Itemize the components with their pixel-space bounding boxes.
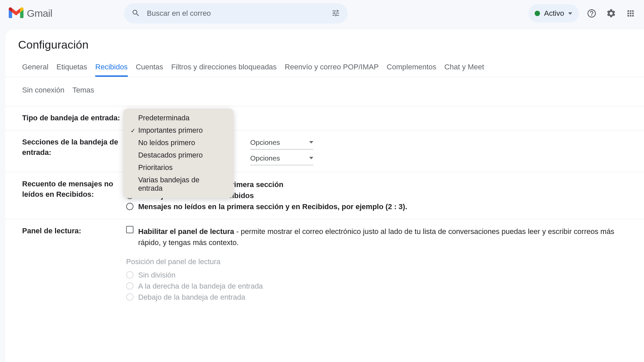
reading-pane-enable-row[interactable]: Habilitar el panel de lectura - permite … <box>126 226 631 248</box>
inbox-type-label: Tipo de bandeja de entrada: <box>22 113 126 123</box>
reading-pane-checkbox[interactable] <box>126 226 133 233</box>
page-title: Configuración <box>18 38 644 51</box>
inbox-type-option-label: No leídos primero <box>138 139 195 147</box>
check-icon: ✓ <box>129 127 136 134</box>
radio-icon[interactable] <box>126 203 133 210</box>
options-label: Opciones <box>250 154 280 162</box>
tune-icon[interactable] <box>331 9 340 18</box>
tab-filtros-y-direcciones-bloqueadas[interactable]: Filtros y direcciones bloqueadas <box>171 59 277 77</box>
tab-reenv-o-y-correo-pop-imap[interactable]: Reenvío y correo POP/IMAP <box>285 59 379 77</box>
section-options-1[interactable]: Opciones <box>250 137 313 149</box>
reading-pane-checkbox-bold: Habilitar el panel de lectura <box>138 227 234 236</box>
search-bar[interactable] <box>124 3 347 23</box>
inbox-type-option-label: Prioritarios <box>138 164 173 172</box>
status-dot-icon <box>535 11 540 16</box>
setting-reading-pane: Panel de lectura: Habilitar el panel de … <box>5 219 644 309</box>
tab-recibidos[interactable]: Recibidos <box>95 59 128 77</box>
unread-count-option-label: Mensajes no leídos en la primera sección… <box>138 201 407 212</box>
inbox-type-option-label: Importantes primero <box>138 126 203 135</box>
reading-pane-checkbox-text: Habilitar el panel de lectura - permite … <box>138 226 631 248</box>
chevron-down-icon <box>309 157 313 159</box>
inbox-type-dropdown: Predeterminada✓Importantes primeroNo leí… <box>123 109 233 198</box>
tabs-row-1: GeneralEtiquetasRecibidosCuentasFiltros … <box>5 59 644 77</box>
inbox-type-option[interactable]: Predeterminada <box>123 112 233 124</box>
unread-count-option[interactable]: Mensajes no leídos en la primera sección… <box>126 201 631 212</box>
reading-pane-position-option: A la derecha de la bandeja de entrada <box>126 281 631 292</box>
inbox-type-option[interactable]: ✓Importantes primero <box>123 124 233 137</box>
search-input[interactable] <box>146 9 325 18</box>
tab-general[interactable]: General <box>22 59 48 77</box>
search-icon <box>131 9 140 18</box>
inbox-type-option-label: Predeterminada <box>138 114 190 122</box>
reading-pane-label: Panel de lectura: <box>22 226 126 236</box>
tab-temas[interactable]: Temas <box>72 82 94 100</box>
radio-icon <box>126 271 133 279</box>
setting-unread-count: Recuento de mensajes no leídos en Recibi… <box>5 172 644 219</box>
header-actions: Activo <box>529 4 637 22</box>
gmail-logo-icon <box>9 7 23 20</box>
logo[interactable]: Gmail <box>9 7 52 20</box>
tab-cuentas[interactable]: Cuentas <box>136 59 163 77</box>
tab-etiquetas[interactable]: Etiquetas <box>56 59 87 77</box>
settings-button[interactable] <box>604 7 618 20</box>
position-option-label: Debajo de la bandeja de entrada <box>138 292 245 303</box>
product-name: Gmail <box>27 8 52 19</box>
position-option-label: A la derecha de la bandeja de entrada <box>138 281 263 292</box>
tabs-row-2: Sin conexiónTemas <box>5 77 644 106</box>
help-button[interactable] <box>585 7 598 20</box>
chevron-down-icon <box>309 141 313 143</box>
radio-icon <box>126 282 133 290</box>
inbox-type-option[interactable]: Prioritarios <box>123 162 233 174</box>
inbox-type-option[interactable]: Destacados primero <box>123 149 233 162</box>
chevron-down-icon <box>568 12 572 15</box>
inbox-type-option-label: Varias bandejas de entrada <box>138 176 225 193</box>
apps-button[interactable] <box>624 7 637 20</box>
tab-complementos[interactable]: Complementos <box>387 59 436 77</box>
settings-panel: Configuración GeneralEtiquetasRecibidosC… <box>5 29 644 362</box>
reading-pane-position-option: Debajo de la bandeja de entrada <box>126 292 631 303</box>
setting-inbox-type: Tipo de bandeja de entrada: <box>5 106 644 130</box>
tab-sin-conexi-n[interactable]: Sin conexión <box>22 82 64 100</box>
inbox-type-option-label: Destacados primero <box>138 151 203 160</box>
status-label: Activo <box>544 9 564 18</box>
app-header: Gmail Activo <box>0 0 644 29</box>
radio-icon <box>126 293 133 301</box>
tab-chat-y-meet[interactable]: Chat y Meet <box>444 59 484 77</box>
section-options-2[interactable]: Opciones <box>250 153 313 165</box>
inbox-type-option[interactable]: Varias bandejas de entrada <box>123 174 233 195</box>
inbox-type-option[interactable]: No leídos primero <box>123 137 233 149</box>
reading-pane-position-title: Posición del panel de lectura <box>126 257 631 266</box>
setting-inbox-sections: Secciones de la bandeja de entrada: Opci… <box>5 130 644 172</box>
status-pill[interactable]: Activo <box>529 4 579 22</box>
position-option-label: Sin división <box>138 269 175 281</box>
inbox-sections-label: Secciones de la bandeja de entrada: <box>22 137 126 158</box>
reading-pane-position-option: Sin división <box>126 269 631 281</box>
unread-count-label: Recuento de mensajes no leídos en Recibi… <box>22 179 126 200</box>
options-label: Opciones <box>250 138 280 146</box>
